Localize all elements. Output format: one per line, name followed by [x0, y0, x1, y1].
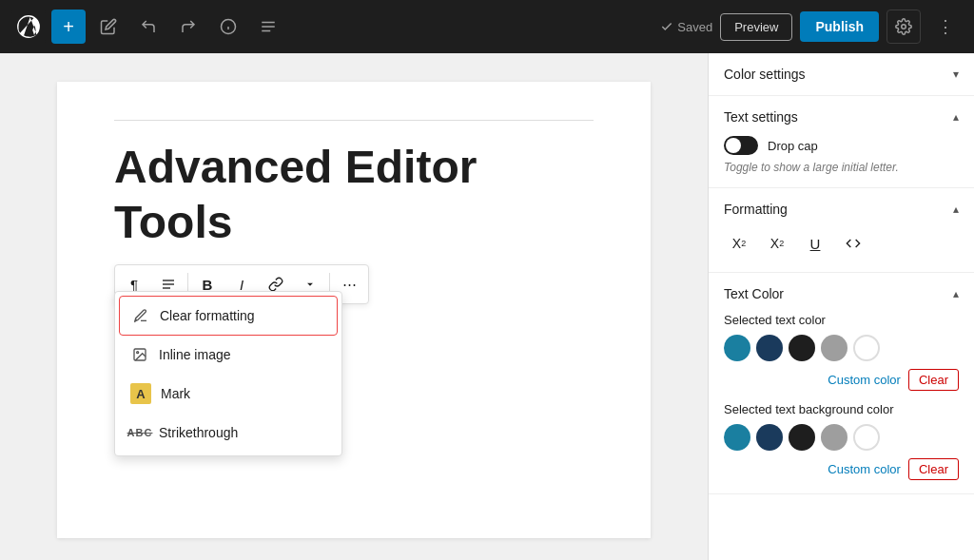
- code-button[interactable]: [838, 228, 868, 259]
- editor-content: Advanced Editor Tools ¶ B I ⋯ Welc: [57, 82, 651, 538]
- wp-logo[interactable]: [11, 10, 46, 44]
- underline-button[interactable]: U: [800, 228, 830, 259]
- main-area: Advanced Editor Tools ¶ B I ⋯ Welc: [0, 53, 974, 560]
- color-swatch-teal[interactable]: [724, 335, 750, 361]
- preview-button[interactable]: Preview: [720, 13, 792, 41]
- formatting-title: Formatting: [724, 202, 788, 217]
- color-swatch-black[interactable]: [789, 335, 815, 361]
- bg-swatch-teal[interactable]: [724, 424, 750, 451]
- text-color-content: Selected text color Custom color Clear S…: [724, 313, 959, 480]
- bg-swatch-dark-blue[interactable]: [756, 424, 783, 451]
- color-settings-chevron: ▾: [953, 68, 959, 81]
- inline-image-icon: [130, 345, 149, 364]
- text-settings-content: Drop cap Toggle to show a large initial …: [724, 136, 959, 174]
- toggle-knob: [726, 138, 741, 153]
- bg-swatch-white[interactable]: [853, 424, 880, 451]
- saved-status: Saved: [660, 20, 712, 34]
- formatting-icons: X2 X2 U: [724, 228, 959, 259]
- color-swatch-dark-blue[interactable]: [756, 335, 783, 361]
- clear-bg-color-button[interactable]: Clear: [908, 458, 959, 480]
- text-settings-title: Text settings: [724, 109, 798, 125]
- bg-color-actions: Custom color Clear: [724, 458, 959, 480]
- text-color-header[interactable]: Text Color ▴: [724, 286, 959, 301]
- text-settings-chevron: ▴: [953, 110, 959, 124]
- drop-cap-toggle[interactable]: [724, 136, 758, 155]
- inline-image-label: Inline image: [159, 347, 231, 362]
- add-block-button[interactable]: +: [51, 10, 86, 44]
- mark-item[interactable]: A Mark: [119, 374, 338, 414]
- color-swatch-gray[interactable]: [821, 335, 847, 361]
- text-color-actions: Custom color Clear: [724, 369, 959, 391]
- formatting-header[interactable]: Formatting ▴: [724, 202, 959, 217]
- info-button[interactable]: [211, 10, 245, 44]
- redo-button[interactable]: [171, 10, 205, 44]
- publish-button[interactable]: Publish: [800, 11, 879, 42]
- mark-icon: A: [130, 383, 151, 404]
- mark-label: Mark: [161, 386, 190, 401]
- svg-point-6: [902, 25, 906, 29]
- strikethrough-label: Strikethrough: [159, 425, 238, 440]
- more-options-button[interactable]: ⋮: [928, 10, 963, 44]
- clear-text-color-button[interactable]: Clear: [908, 369, 959, 391]
- color-settings-title: Color settings: [724, 67, 806, 82]
- color-settings-header[interactable]: Color settings ▾: [724, 67, 959, 82]
- color-settings-section: Color settings ▾: [709, 53, 974, 96]
- text-color-chevron: ▴: [953, 287, 959, 300]
- text-settings-header[interactable]: Text settings ▴: [724, 109, 959, 125]
- text-color-section: Text Color ▴ Selected text color Custom …: [709, 273, 974, 494]
- custom-bg-color-link[interactable]: Custom color: [828, 462, 901, 476]
- text-color-title: Text Color: [724, 286, 784, 301]
- strikethrough-icon: ABC: [130, 423, 149, 442]
- list-view-button[interactable]: [251, 10, 285, 44]
- clear-formatting-label: Clear formatting: [160, 308, 255, 323]
- drop-cap-hint: Toggle to show a large initial letter.: [724, 161, 959, 174]
- undo-button[interactable]: [131, 10, 166, 44]
- bg-swatch-black[interactable]: [789, 424, 815, 451]
- inline-image-item[interactable]: Inline image: [119, 336, 338, 374]
- bg-swatch-gray[interactable]: [821, 424, 847, 451]
- svg-point-12: [137, 352, 139, 354]
- top-toolbar: + Saved Preview Publish ⋮: [0, 0, 974, 53]
- formatting-chevron: ▴: [953, 203, 959, 216]
- color-swatch-white[interactable]: [853, 335, 880, 361]
- formatting-section: Formatting ▴ X2 X2 U: [709, 188, 974, 273]
- drop-cap-label: Drop cap: [768, 139, 818, 153]
- selected-bg-label: Selected text background color: [724, 402, 959, 416]
- strikethrough-item[interactable]: ABC Strikethrough: [119, 414, 338, 452]
- drop-cap-row: Drop cap: [724, 136, 959, 155]
- subscript-button[interactable]: X2: [762, 228, 792, 259]
- superscript-button[interactable]: X2: [724, 228, 754, 259]
- toolbar-left: +: [11, 10, 285, 44]
- settings-button[interactable]: [886, 10, 921, 44]
- edit-icon-button[interactable]: [91, 10, 126, 44]
- right-panel: Color settings ▾ Text settings ▴ Drop ca…: [708, 53, 974, 560]
- text-color-swatches: [724, 335, 959, 361]
- clear-formatting-icon: [131, 306, 150, 325]
- selected-text-label: Selected text color: [724, 313, 959, 327]
- editor-divider: [114, 120, 594, 121]
- bg-color-swatches: [724, 424, 959, 451]
- toolbar-right: Saved Preview Publish ⋮: [660, 10, 963, 44]
- clear-formatting-item[interactable]: Clear formatting: [119, 296, 338, 336]
- text-settings-section: Text settings ▴ Drop cap Toggle to show …: [709, 96, 974, 188]
- custom-color-link[interactable]: Custom color: [828, 373, 901, 387]
- editor-area: Advanced Editor Tools ¶ B I ⋯ Welc: [0, 53, 708, 560]
- editor-title[interactable]: Advanced Editor Tools: [114, 140, 594, 249]
- formatting-content: X2 X2 U: [724, 228, 959, 259]
- format-dropdown-menu: Clear formatting Inline image A Mark: [114, 291, 342, 456]
